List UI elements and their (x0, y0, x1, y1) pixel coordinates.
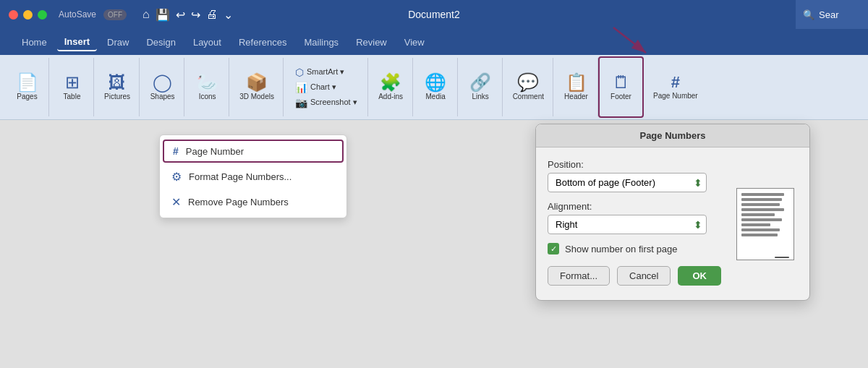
dialog-preview (733, 159, 798, 288)
btn-media[interactable]: 🌐 Media (420, 71, 451, 103)
pagenumber-menu-icon: # (173, 145, 179, 157)
title-bar-tools: AutoSave OFF ⌂ 💾 ↩ ↪ 🖨 ⌄ (59, 8, 233, 22)
preview-line-2 (741, 198, 782, 201)
position-select[interactable]: Bottom of page (Footer) Top of page (Hea… (548, 173, 707, 192)
links-icon: 🔗 (469, 74, 491, 91)
media-label: Media (426, 93, 446, 100)
tab-review[interactable]: Review (349, 34, 394, 51)
shapes-icon: ◯ (153, 74, 172, 91)
header-label: Header (564, 93, 588, 100)
group-pages: 📄 Pages (6, 58, 49, 116)
btn-chart[interactable]: 📊 Chart ▾ (292, 80, 360, 95)
menu-item-remove[interactable]: ✕ Remove Page Numbers (160, 189, 346, 215)
position-label: Position: (548, 159, 721, 170)
pages-icon: 📄 (17, 74, 38, 91)
icons-icon: 🦢 (197, 74, 218, 91)
btn-screenshot[interactable]: 📷 Screenshot ▾ (292, 95, 360, 110)
redo-icon[interactable]: ↪ (191, 8, 200, 22)
autosave-toggle[interactable]: OFF (103, 9, 127, 20)
btn-pictures[interactable]: 🖼 Pictures (100, 71, 135, 103)
cancel-button[interactable]: Cancel (617, 266, 671, 286)
menu-item-format[interactable]: ⚙ Format Page Numbers... (160, 164, 346, 189)
footer-label: Footer (610, 93, 631, 100)
page-preview-image (736, 188, 794, 260)
ok-button[interactable]: OK (678, 266, 721, 286)
group-pictures: 🖼 Pictures (95, 58, 140, 116)
group-smartart: ⬡ SmartArt ▾ 📊 Chart ▾ 📷 Screenshot ▾ (285, 58, 368, 116)
stacked-insert-group: ⬡ SmartArt ▾ 📊 Chart ▾ 📷 Screenshot ▾ (289, 64, 363, 111)
dialog-form: Position: Bottom of page (Footer) Top of… (548, 159, 721, 288)
print-icon[interactable]: 🖨 (206, 8, 218, 21)
tab-layout[interactable]: Layout (186, 34, 229, 51)
btn-pages[interactable]: 📄 Pages (12, 71, 43, 103)
dialog-body: Position: Bottom of page (Footer) Top of… (536, 147, 809, 300)
show-first-page-checkbox[interactable]: ✓ (548, 243, 559, 254)
format-button[interactable]: Format... (548, 266, 610, 286)
home-icon[interactable]: ⌂ (142, 8, 150, 21)
addins-label: Add-ins (378, 93, 403, 100)
links-label: Links (472, 93, 488, 100)
maximize-button[interactable] (38, 10, 47, 20)
show-first-page-label: Show number on first page (565, 244, 677, 254)
comment-icon: 💬 (517, 74, 539, 91)
tab-draw[interactable]: Draw (100, 34, 136, 51)
group-media: 🌐 Media (414, 58, 458, 116)
footer-icon: 🗒 (613, 74, 630, 91)
tab-mailings[interactable]: Mailings (297, 34, 346, 51)
table-icon: ⊞ (65, 74, 80, 91)
btn-shapes[interactable]: ◯ Shapes (146, 71, 179, 103)
comment-label: Comment (513, 93, 544, 100)
close-button[interactable] (9, 10, 18, 20)
group-footer: 🗒 Footer (600, 58, 643, 116)
header-icon: 📋 (566, 74, 587, 91)
remove-menu-icon: ✕ (171, 195, 181, 209)
title-toolbar-icons: ⌂ 💾 ↩ ↪ 🖨 ⌄ (142, 8, 233, 22)
alignment-label: Alignment: (548, 201, 721, 212)
alignment-select[interactable]: Right Left Center Inside Outside (548, 215, 707, 234)
window-title: Document2 (408, 9, 460, 20)
preview-footer-number (775, 257, 789, 258)
preview-line-6 (741, 218, 782, 221)
pictures-label: Pictures (104, 93, 130, 100)
pagenumber-label: Page Number (653, 92, 698, 100)
window-controls (9, 10, 47, 20)
btn-links[interactable]: 🔗 Links (465, 71, 495, 103)
tab-design[interactable]: Design (139, 34, 182, 51)
pagenumber-icon: # (671, 74, 680, 90)
menu-item-pagenumber[interactable]: # Page Number (163, 140, 344, 163)
more-icon[interactable]: ⌄ (224, 8, 233, 22)
menu-format-label: Format Page Numbers... (189, 171, 292, 182)
3dmodels-icon: 📦 (246, 74, 268, 91)
3dmodels-label: 3D Models (239, 93, 274, 100)
btn-icons[interactable]: 🦢 Icons (192, 71, 223, 103)
screenshot-label: Screenshot ▾ (310, 98, 357, 107)
group-header: 📋 Header (555, 58, 598, 116)
tab-references[interactable]: References (231, 34, 294, 51)
search-area[interactable]: 🔍 Sear (796, 0, 868, 29)
btn-smartart[interactable]: ⬡ SmartArt ▾ (292, 65, 360, 80)
menu-pagenumber-label: Page Number (186, 146, 244, 157)
ribbon-toolbar: 📄 Pages ⊞ Table 🖼 Pictures ◯ Shapes (0, 55, 868, 120)
smartart-icon: ⬡ (295, 67, 304, 78)
pages-label: Pages (17, 93, 37, 100)
group-comment: 💬 Comment (504, 58, 553, 116)
dialog-actions: Format... Cancel OK (548, 266, 721, 288)
btn-header[interactable]: 📋 Header (560, 71, 592, 103)
btn-comment[interactable]: 💬 Comment (509, 71, 548, 103)
menu-remove-label: Remove Page Numbers (188, 197, 289, 207)
btn-table[interactable]: ⊞ Table (57, 71, 88, 103)
btn-addins[interactable]: 🧩 Add-ins (374, 71, 407, 103)
btn-footer[interactable]: 🗒 Footer (606, 71, 637, 103)
preview-line-1 (741, 193, 784, 196)
group-addins: 🧩 Add-ins (370, 58, 413, 116)
chart-icon: 📊 (295, 82, 307, 93)
save-icon[interactable]: 💾 (156, 8, 170, 22)
undo-icon[interactable]: ↩ (176, 8, 185, 22)
group-shapes: ◯ Shapes (141, 58, 184, 116)
tab-view[interactable]: View (397, 34, 432, 51)
tab-home[interactable]: Home (14, 34, 54, 51)
btn-3dmodels[interactable]: 📦 3D Models (235, 71, 278, 103)
tab-insert[interactable]: Insert (57, 33, 97, 51)
minimize-button[interactable] (23, 10, 33, 20)
btn-pagenumber[interactable]: # Page Number (649, 72, 702, 103)
